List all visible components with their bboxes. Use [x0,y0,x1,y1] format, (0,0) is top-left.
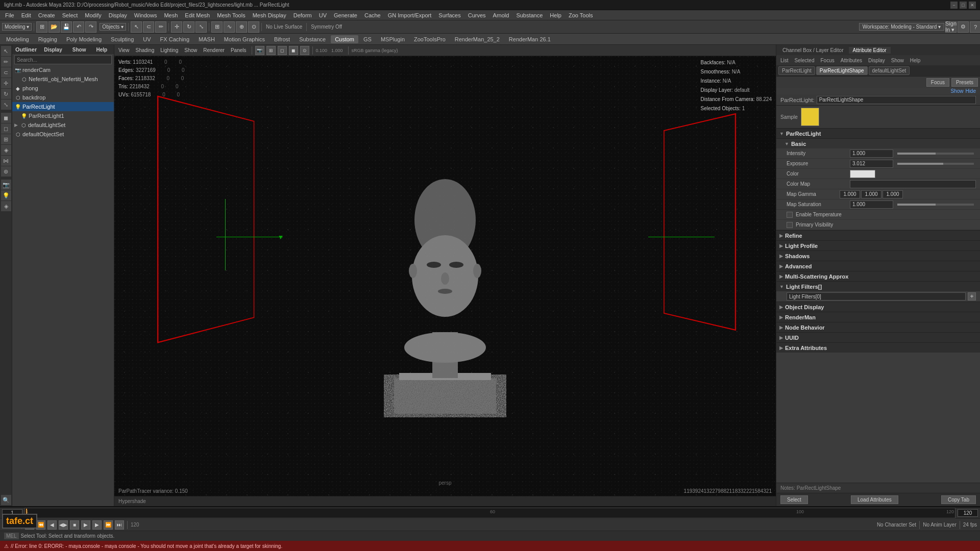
search-box[interactable]: Search... [14,55,112,64]
menu-display[interactable]: Display [106,12,130,19]
new-file-btn[interactable]: ⊞ [36,21,47,33]
menu-modify[interactable]: Modify [82,12,104,19]
vp-wireframe-btn[interactable]: ◻ [278,46,287,55]
light-filter-field[interactable]: Light Filters[0] [787,292,966,300]
joint-vtool[interactable]: ◈ [1,145,11,155]
range-end-display[interactable]: 120 [958,509,978,517]
menu-deform[interactable]: Deform [290,12,315,19]
maya-icon2[interactable]: ? [970,21,980,33]
vp-smooth-btn[interactable]: ◼ [289,46,298,55]
tab-custom[interactable]: Custom [331,35,358,43]
tab-renderman25[interactable]: RenderMan_25_2 [451,35,504,43]
timeline-container[interactable]: 1 60 100 120 [24,508,955,518]
pb-play-fwd[interactable]: ▶ [81,520,90,530]
snap-curve[interactable]: ∿ [224,21,235,33]
outliner-item-defaultlightset[interactable]: ▶ ⬡ defaultLightSet [12,120,114,130]
attr-colormap-field[interactable] [850,180,976,188]
vp-menu-show[interactable]: Show [182,47,199,53]
section-multiscattering[interactable]: ▶ Multi-Scattering Approx [776,271,980,281]
attr-intensity-field[interactable]: 1.000 [850,149,893,158]
rotate-vtool[interactable]: ↻ [1,89,11,99]
section-extra[interactable]: ▶ Extra Attributes [776,342,980,353]
outliner-item-defaultobjectset[interactable]: ⬡ defaultObjectSet [12,130,114,139]
focus-button[interactable]: Focus [926,78,949,87]
snap-point[interactable]: ⊕ [236,21,247,33]
map-gamma-b[interactable]: 1.000 [883,190,903,198]
node-name-input[interactable] [817,96,976,104]
skin-vtool[interactable]: ⊛ [1,166,11,177]
select-tool[interactable]: ↖ [131,21,142,33]
move-tool[interactable]: ✛ [171,21,182,33]
vp-menu-lighting[interactable]: Lighting [158,47,180,53]
tab-rigging[interactable]: Rigging [34,35,61,43]
vp-grid-btn[interactable]: ⊞ [266,46,276,55]
vp-menu-view[interactable]: View [116,47,132,53]
section-lightfilters[interactable]: ▼ Light Filters[] [776,281,980,291]
tab-fx-caching[interactable]: FX Caching [156,35,193,43]
menu-curves[interactable]: Curves [465,12,489,19]
material-vtool[interactable]: ◈ [1,201,11,211]
vp-menu-shading[interactable]: Shading [134,47,157,53]
menu-edit[interactable]: Edit [18,12,34,19]
menu-mesh[interactable]: Mesh [161,12,181,19]
section-basic[interactable]: ▼ Basic [776,138,980,148]
tab-modeling[interactable]: Modeling [2,35,33,43]
outliner-show-menu[interactable]: Show [69,46,89,53]
close-button[interactable]: ✕ [969,2,976,9]
map-gamma-r[interactable]: 1.000 [840,190,860,198]
pb-next-frame[interactable]: ▶ [92,520,102,530]
paint-tool[interactable]: ✏ [155,21,166,33]
tab-msplugin[interactable]: MSPlugin [377,35,409,43]
outliner-item-parrectlight1[interactable]: 💡 ParRectLight1 [12,111,114,120]
section-refine[interactable]: ▶ Refine [776,230,980,240]
outliner-item-backdrop[interactable]: ⬡ backdrop [12,93,114,102]
tab-zoo[interactable]: ZooToolsPro [410,35,450,43]
maximize-button[interactable]: □ [960,2,967,9]
node-tab-parrectlightshape[interactable]: ParRectLightShape [816,66,868,75]
hide-link[interactable]: Hide [965,88,976,94]
sub-tab-show[interactable]: Show [889,57,906,64]
workspace-dropdown[interactable]: Workspace: Modeling - Standard ▾ [859,23,944,31]
attribute-editor-tab[interactable]: Attribute Editor [849,47,891,54]
vp-menu-renderer[interactable]: Renderer [201,47,227,53]
attr-color-swatch[interactable] [850,170,875,178]
menu-help[interactable]: Help [547,12,565,19]
section-shadows[interactable]: ▶ Shadows [776,251,980,261]
node-tab-defaultlightset[interactable]: defaultLightSet [869,66,910,75]
map-gamma-g[interactable]: 1.000 [861,190,881,198]
attr-mapsaturation-slider[interactable] [897,204,974,206]
menu-create[interactable]: Create [35,12,58,19]
lasso-vtool[interactable]: ⊂ [1,67,11,78]
scale-tool[interactable]: ⤡ [195,21,207,33]
attr-visibility-checkbox[interactable] [787,222,793,228]
menu-mesh-tools[interactable]: Mesh Tools [214,12,248,19]
sub-tab-attributes[interactable]: Attributes [839,57,864,64]
sub-tab-selected[interactable]: Selected [793,57,817,64]
pb-step-fwd[interactable]: ⏩ [104,520,113,530]
menu-zoo[interactable]: Zoo Tools [566,12,596,19]
sub-tab-help[interactable]: Help [908,57,923,64]
viewport-canvas[interactable]: Verts: 1103241 0 0 Edges: 3227169 0 0 Fa… [114,56,776,496]
vp-texture-btn[interactable]: ⊙ [300,46,309,55]
menu-windows[interactable]: Windows [131,12,160,19]
maya-icon1[interactable]: ⚙ [958,21,969,33]
tab-renderman26[interactable]: RenderMan 26.1 [505,35,555,43]
menu-generate[interactable]: Generate [331,12,360,19]
menu-substance[interactable]: Substance [513,12,546,19]
load-attributes-btn[interactable]: Load Attributes [851,495,898,504]
rotate-tool[interactable]: ↻ [183,21,194,33]
objects-dropdown[interactable]: Objects ▾ [100,23,126,31]
menu-edit-mesh[interactable]: Edit Mesh [182,12,213,19]
outliner-item-parrectlight[interactable]: 💡 ParRectLight [12,102,114,111]
save-btn[interactable]: 💾 [61,21,72,33]
tab-substance[interactable]: Substance [295,35,330,43]
paint-vtool[interactable]: ✏ [1,57,11,67]
undo-btn[interactable]: ↶ [73,21,84,33]
attr-temperature-checkbox[interactable] [787,212,793,218]
attr-mapsaturation-field[interactable]: 1.000 [850,201,893,209]
select-vtool[interactable]: ↖ [1,46,11,56]
tab-poly-modeling[interactable]: Poly Modeling [62,35,106,43]
menu-surfaces[interactable]: Surfaces [435,12,463,19]
attr-intensity-slider[interactable] [897,153,974,155]
lasso-tool[interactable]: ⊂ [143,21,154,33]
